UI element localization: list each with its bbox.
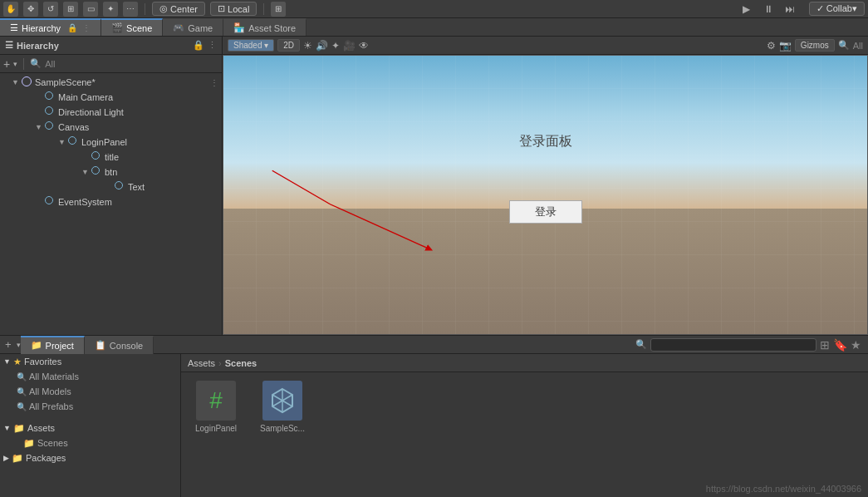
hierarchy-tab-label: Hierarchy xyxy=(22,23,61,33)
scene-tab-label: Scene xyxy=(126,23,152,33)
loginpanel-arrow: ▼ xyxy=(58,138,68,146)
console-tab[interactable]: 📋 Console xyxy=(85,336,154,354)
hierarchy-menu-icon: ☰ xyxy=(5,40,13,51)
tree-item-title[interactable]: title xyxy=(0,150,222,165)
hidden-icon[interactable]: 👁 xyxy=(359,40,369,52)
favorites-section-header[interactable]: ▼ ★ Favorites xyxy=(0,354,180,369)
search-icon5: 🔍 xyxy=(17,402,27,411)
text-label: Text xyxy=(128,182,145,192)
gizmos-button[interactable]: Gizmos xyxy=(795,39,835,52)
maincamera-label: Main Camera xyxy=(58,92,113,102)
hierarchy-tab-menu[interactable]: ⋮ xyxy=(82,23,91,32)
scenes-label: Scenes xyxy=(37,438,68,448)
packages-section-header[interactable]: ▶ 📁 Packages xyxy=(0,450,180,465)
step-button[interactable]: ⏭ xyxy=(782,2,797,17)
hierarchy-options-icon[interactable]: ⋮ xyxy=(208,40,217,51)
samplescene-asset-icon xyxy=(262,381,302,421)
hash-symbol: # xyxy=(209,387,223,414)
pause-button[interactable]: ⏸ xyxy=(761,2,776,17)
local-button[interactable]: ⊡ Local xyxy=(210,2,257,16)
assets-grid: # LoginPanel xyxy=(181,372,868,497)
lighting-icon[interactable]: ☀ xyxy=(303,40,312,52)
audio-icon[interactable]: 🔊 xyxy=(316,40,328,52)
search-icon2: 🔍 xyxy=(838,40,850,51)
hierarchy-tab[interactable]: ☰ Hierarchy 🔒 ⋮ xyxy=(0,18,101,36)
rotate-tool-icon[interactable]: ↺ xyxy=(43,2,58,17)
hier-toolbar-separator xyxy=(23,58,24,70)
tree-item-btn[interactable]: ▼ btn xyxy=(0,165,222,180)
tree-item-directionallight[interactable]: Directional Light xyxy=(0,105,222,120)
2d-button[interactable]: 2D xyxy=(277,39,300,52)
assets-section-header[interactable]: ▼ 📁 Assets xyxy=(0,421,180,435)
rect-tool-icon[interactable]: ▭ xyxy=(83,2,98,17)
loginpanel-asset-label: LoginPanel xyxy=(195,424,237,433)
samplescene-asset-label: SampleSc... xyxy=(260,424,305,433)
tree-item-maincamera[interactable]: Main Camera xyxy=(0,90,222,105)
camera-icon[interactable]: 📷 xyxy=(779,40,792,52)
hand-tool-icon[interactable]: ✋ xyxy=(3,2,18,17)
tree-item-canvas[interactable]: ▼ Canvas xyxy=(0,120,222,135)
asset-store-tab[interactable]: 🏪 Asset Store xyxy=(223,18,306,36)
search-icon3: 🔍 xyxy=(17,372,27,381)
bottom-options-icon2[interactable]: 🔖 xyxy=(833,338,847,352)
add-hierarchy-icon[interactable]: + xyxy=(3,57,10,71)
samplescene-options[interactable]: ⋮ xyxy=(210,78,218,87)
custom-tool-icon[interactable]: ⋯ xyxy=(123,2,138,17)
fav-all-prefabs[interactable]: 🔍 All Prefabs xyxy=(0,399,180,414)
collab-button[interactable]: ✓ Collab▾ xyxy=(809,2,865,16)
samplescene-arrow: ▼ xyxy=(12,78,22,86)
move-tool-icon[interactable]: ✥ xyxy=(23,2,38,17)
btn-label: btn xyxy=(105,167,117,177)
local-icon: ⊡ xyxy=(218,3,225,14)
assets-breadcrumb-scenes[interactable]: Scenes xyxy=(225,358,257,368)
hierarchy-header: ☰ Hierarchy 🔒 ⋮ xyxy=(0,37,222,55)
scale-tool-icon[interactable]: ⊞ xyxy=(63,2,78,17)
center-button[interactable]: ◎ Center xyxy=(152,2,205,16)
text-icon xyxy=(115,181,126,193)
packages-label: Packages xyxy=(26,453,66,463)
scene-view[interactable]: 登录面板 登录 xyxy=(223,55,868,335)
asset-loginpanel[interactable]: # LoginPanel xyxy=(189,381,243,433)
tree-item-eventsystem[interactable]: EventSystem xyxy=(0,194,222,209)
hierarchy-dropdown-icon[interactable]: ▾ xyxy=(13,60,17,68)
tree-item-loginpanel[interactable]: ▼ LoginPanel xyxy=(0,135,222,150)
separator2 xyxy=(263,3,264,15)
loginpanel-asset-icon: # xyxy=(196,381,236,421)
loginpanel-label: LoginPanel xyxy=(81,137,127,147)
bottom-add-btn[interactable]: + xyxy=(0,338,17,351)
assets-arrow: ▼ xyxy=(3,424,11,432)
fav-all-materials[interactable]: 🔍 All Materials xyxy=(0,369,180,384)
tab-bar: ☰ Hierarchy 🔒 ⋮ 🎬 Scene 🎮 Game 🏪 Asset S… xyxy=(0,18,868,37)
assets-breadcrumb-assets[interactable]: Assets xyxy=(188,358,215,368)
scene-tab[interactable]: 🎬 Scene xyxy=(101,18,163,36)
grid-icon[interactable]: ⊞ xyxy=(271,2,286,17)
game-tab[interactable]: 🎮 Game xyxy=(163,18,223,36)
transform-tool-icon[interactable]: ✦ xyxy=(103,2,118,17)
scene-border xyxy=(223,55,868,335)
project-tab[interactable]: 📁 Project xyxy=(21,336,85,354)
asset-store-tab-label: Asset Store xyxy=(248,23,296,33)
assets-breadcrumb: Assets › Scenes xyxy=(181,354,868,372)
scenes-folder-icon: 📁 xyxy=(23,438,35,449)
shaded-dropdown[interactable]: Shaded ▾ xyxy=(228,39,274,52)
tree-item-text[interactable]: Text xyxy=(0,180,222,194)
center-icon: ◎ xyxy=(159,3,168,14)
bottom-search-input[interactable] xyxy=(650,338,817,352)
btn-icon xyxy=(91,166,103,178)
hierarchy-panel-title: ☰ Hierarchy xyxy=(5,40,59,51)
tree-item-samplescene[interactable]: ▼ SampleScene* ⋮ xyxy=(0,75,222,90)
fav-all-models[interactable]: 🔍 All Models xyxy=(0,384,180,399)
bottom-options-icon1[interactable]: ⊞ xyxy=(820,338,830,352)
scenes-folder-item[interactable]: 📁 Scenes xyxy=(0,435,180,450)
asset-samplescene[interactable]: SampleSc... xyxy=(256,381,309,433)
samplescene-icon xyxy=(22,76,33,88)
scene-cam-icon[interactable]: 🎥 xyxy=(343,40,356,52)
fx-icon[interactable]: ✦ xyxy=(331,40,340,52)
bottom-options-icon3[interactable]: ★ xyxy=(851,338,861,352)
settings-icon[interactable]: ⚙ xyxy=(767,40,776,52)
play-button[interactable]: ▶ xyxy=(739,2,754,17)
hierarchy-panel: ☰ Hierarchy 🔒 ⋮ + ▾ 🔍 All ▼ xyxy=(0,37,223,335)
packages-folder-icon: 📁 xyxy=(12,453,23,464)
hierarchy-lock-icon[interactable]: 🔒 xyxy=(193,40,204,51)
game-tab-label: Game xyxy=(188,23,213,33)
